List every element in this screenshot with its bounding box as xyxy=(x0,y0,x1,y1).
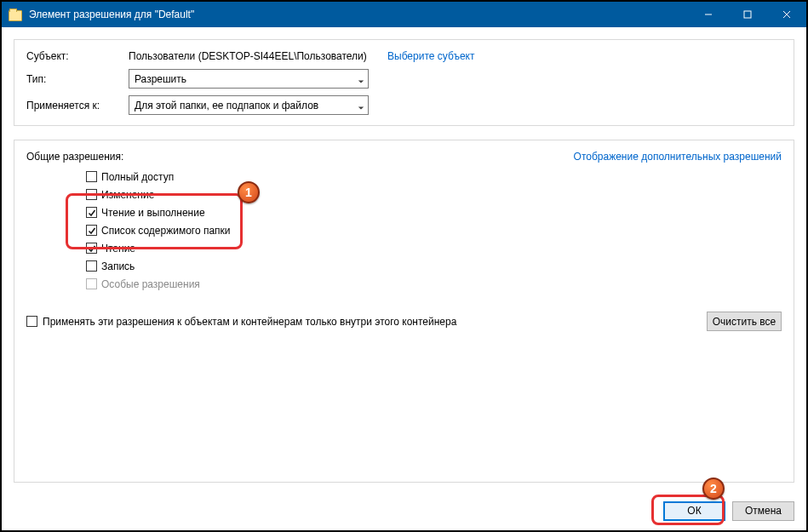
folder-icon xyxy=(9,8,22,21)
type-combo[interactable]: Разрешить xyxy=(129,69,369,89)
applies-to-label: Применяется к: xyxy=(26,100,129,112)
minimize-button[interactable] xyxy=(689,2,728,27)
permission-checkbox[interactable] xyxy=(86,189,97,200)
advanced-permissions-link[interactable]: Отображение дополнительных разрешений xyxy=(574,151,782,163)
permissions-list: Полный доступИзменениеЧтение и выполнени… xyxy=(86,169,782,291)
type-combo-value: Разрешить xyxy=(135,73,186,85)
permissions-panel: Общие разрешения: Отображение дополнител… xyxy=(14,140,794,483)
ok-button[interactable]: ОК xyxy=(663,501,725,521)
apply-inside-checkbox[interactable] xyxy=(26,316,37,327)
annotation-badge-1: 1 xyxy=(238,181,260,203)
maximize-button[interactable] xyxy=(728,2,767,27)
principal-panel: Субъект: Пользователи (DESKTOP-SI44EEL\П… xyxy=(14,39,794,126)
permission-checkbox[interactable] xyxy=(86,207,97,218)
chevron-down-icon xyxy=(358,102,364,109)
window-title: Элемент разрешения для "Default" xyxy=(29,9,689,20)
chevron-down-icon xyxy=(358,76,364,83)
clear-all-button[interactable]: Очистить все xyxy=(707,312,782,331)
permission-entry-dialog: Элемент разрешения для "Default" Субъект… xyxy=(0,0,808,532)
cancel-button[interactable]: Отмена xyxy=(732,501,794,521)
permission-label: Чтение и выполнение xyxy=(101,207,205,219)
subject-label: Субъект: xyxy=(26,50,129,62)
permission-checkbox[interactable] xyxy=(86,260,97,272)
type-label: Тип: xyxy=(26,73,129,85)
titlebar: Элемент разрешения для "Default" xyxy=(2,2,806,27)
permission-item: Список содержимого папки xyxy=(86,223,782,237)
permissions-heading: Общие разрешения: xyxy=(26,151,123,163)
permission-label: Изменение xyxy=(101,189,154,201)
permission-label: Чтение xyxy=(101,243,135,255)
applies-to-value: Для этой папки, ее подпапок и файлов xyxy=(135,100,318,112)
permission-label: Список содержимого папки xyxy=(101,225,231,237)
svg-rect-1 xyxy=(744,11,751,18)
permission-item: Особые разрешения xyxy=(86,277,782,291)
permission-checkbox[interactable] xyxy=(86,171,97,182)
apply-inside-label: Применять эти разрешения к объектам и ко… xyxy=(43,316,456,328)
permission-item: Чтение и выполнение xyxy=(86,205,782,220)
dialog-footer: 2 ОК Отмена xyxy=(2,491,806,530)
subject-value: Пользователи (DESKTOP-SI44EEL\Пользовате… xyxy=(129,50,367,62)
permission-checkbox[interactable] xyxy=(86,225,97,236)
applies-to-combo[interactable]: Для этой папки, ее подпапок и файлов xyxy=(129,95,369,115)
permission-checkbox[interactable] xyxy=(86,243,97,254)
permission-item: Изменение xyxy=(86,187,782,202)
permission-item: Полный доступ xyxy=(86,169,782,184)
permission-label: Полный доступ xyxy=(101,171,174,183)
annotation-badge-2: 2 xyxy=(702,478,725,500)
permission-item: Запись xyxy=(86,259,782,273)
select-subject-link[interactable]: Выберите субъект xyxy=(387,50,474,62)
permission-item: Чтение xyxy=(86,241,782,255)
permission-label: Запись xyxy=(101,260,135,272)
permission-label: Особые разрешения xyxy=(101,278,200,290)
permission-checkbox xyxy=(86,278,97,289)
close-button[interactable] xyxy=(767,2,806,27)
